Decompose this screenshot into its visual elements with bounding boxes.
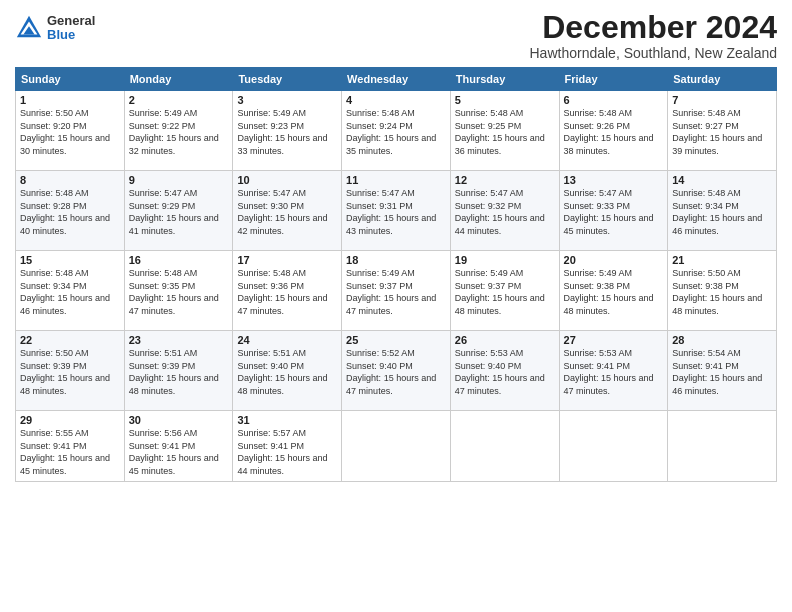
day-info: Sunrise: 5:51 AMSunset: 9:40 PMDaylight:…	[237, 347, 337, 397]
table-row: 2 Sunrise: 5:49 AMSunset: 9:22 PMDayligh…	[124, 91, 233, 171]
table-row	[668, 411, 777, 481]
day-number: 30	[129, 414, 229, 426]
day-info: Sunrise: 5:48 AMSunset: 9:35 PMDaylight:…	[129, 267, 229, 317]
table-row: 4 Sunrise: 5:48 AMSunset: 9:24 PMDayligh…	[342, 91, 451, 171]
table-row: 25 Sunrise: 5:52 AMSunset: 9:40 PMDaylig…	[342, 331, 451, 411]
day-info: Sunrise: 5:50 AMSunset: 9:38 PMDaylight:…	[672, 267, 772, 317]
day-number: 21	[672, 254, 772, 266]
day-info: Sunrise: 5:53 AMSunset: 9:40 PMDaylight:…	[455, 347, 555, 397]
day-info: Sunrise: 5:48 AMSunset: 9:27 PMDaylight:…	[672, 107, 772, 157]
day-number: 15	[20, 254, 120, 266]
day-info: Sunrise: 5:48 AMSunset: 9:26 PMDaylight:…	[564, 107, 664, 157]
day-info: Sunrise: 5:57 AMSunset: 9:41 PMDaylight:…	[237, 427, 337, 477]
table-row: 6 Sunrise: 5:48 AMSunset: 9:26 PMDayligh…	[559, 91, 668, 171]
day-info: Sunrise: 5:47 AMSunset: 9:29 PMDaylight:…	[129, 187, 229, 237]
day-number: 7	[672, 94, 772, 106]
table-row: 30 Sunrise: 5:56 AMSunset: 9:41 PMDaylig…	[124, 411, 233, 481]
table-row: 9 Sunrise: 5:47 AMSunset: 9:29 PMDayligh…	[124, 171, 233, 251]
day-number: 10	[237, 174, 337, 186]
table-row: 13 Sunrise: 5:47 AMSunset: 9:33 PMDaylig…	[559, 171, 668, 251]
day-info: Sunrise: 5:51 AMSunset: 9:39 PMDaylight:…	[129, 347, 229, 397]
col-wednesday: Wednesday	[342, 68, 451, 91]
table-row: 15 Sunrise: 5:48 AMSunset: 9:34 PMDaylig…	[16, 251, 125, 331]
day-number: 13	[564, 174, 664, 186]
day-number: 3	[237, 94, 337, 106]
day-number: 1	[20, 94, 120, 106]
table-row: 23 Sunrise: 5:51 AMSunset: 9:39 PMDaylig…	[124, 331, 233, 411]
table-row: 12 Sunrise: 5:47 AMSunset: 9:32 PMDaylig…	[450, 171, 559, 251]
day-number: 26	[455, 334, 555, 346]
day-number: 12	[455, 174, 555, 186]
logo-text: General Blue	[47, 14, 95, 43]
col-saturday: Saturday	[668, 68, 777, 91]
day-info: Sunrise: 5:47 AMSunset: 9:32 PMDaylight:…	[455, 187, 555, 237]
calendar-header-row: Sunday Monday Tuesday Wednesday Thursday…	[16, 68, 777, 91]
day-number: 8	[20, 174, 120, 186]
table-row: 18 Sunrise: 5:49 AMSunset: 9:37 PMDaylig…	[342, 251, 451, 331]
day-info: Sunrise: 5:55 AMSunset: 9:41 PMDaylight:…	[20, 427, 120, 477]
table-row: 17 Sunrise: 5:48 AMSunset: 9:36 PMDaylig…	[233, 251, 342, 331]
table-row: 24 Sunrise: 5:51 AMSunset: 9:40 PMDaylig…	[233, 331, 342, 411]
table-row: 20 Sunrise: 5:49 AMSunset: 9:38 PMDaylig…	[559, 251, 668, 331]
table-row	[559, 411, 668, 481]
day-info: Sunrise: 5:50 AMSunset: 9:39 PMDaylight:…	[20, 347, 120, 397]
day-number: 4	[346, 94, 446, 106]
table-row: 3 Sunrise: 5:49 AMSunset: 9:23 PMDayligh…	[233, 91, 342, 171]
day-info: Sunrise: 5:48 AMSunset: 9:28 PMDaylight:…	[20, 187, 120, 237]
day-number: 19	[455, 254, 555, 266]
table-row: 14 Sunrise: 5:48 AMSunset: 9:34 PMDaylig…	[668, 171, 777, 251]
day-info: Sunrise: 5:48 AMSunset: 9:36 PMDaylight:…	[237, 267, 337, 317]
logo: General Blue	[15, 14, 95, 43]
day-info: Sunrise: 5:48 AMSunset: 9:34 PMDaylight:…	[672, 187, 772, 237]
day-info: Sunrise: 5:47 AMSunset: 9:33 PMDaylight:…	[564, 187, 664, 237]
table-row: 8 Sunrise: 5:48 AMSunset: 9:28 PMDayligh…	[16, 171, 125, 251]
day-info: Sunrise: 5:49 AMSunset: 9:37 PMDaylight:…	[346, 267, 446, 317]
day-number: 20	[564, 254, 664, 266]
day-number: 24	[237, 334, 337, 346]
header: General Blue December 2024 Hawthorndale,…	[15, 10, 777, 61]
table-row: 1 Sunrise: 5:50 AMSunset: 9:20 PMDayligh…	[16, 91, 125, 171]
table-row: 28 Sunrise: 5:54 AMSunset: 9:41 PMDaylig…	[668, 331, 777, 411]
table-row: 19 Sunrise: 5:49 AMSunset: 9:37 PMDaylig…	[450, 251, 559, 331]
table-row: 22 Sunrise: 5:50 AMSunset: 9:39 PMDaylig…	[16, 331, 125, 411]
col-friday: Friday	[559, 68, 668, 91]
day-info: Sunrise: 5:49 AMSunset: 9:38 PMDaylight:…	[564, 267, 664, 317]
day-info: Sunrise: 5:49 AMSunset: 9:23 PMDaylight:…	[237, 107, 337, 157]
day-info: Sunrise: 5:49 AMSunset: 9:22 PMDaylight:…	[129, 107, 229, 157]
day-number: 25	[346, 334, 446, 346]
day-info: Sunrise: 5:50 AMSunset: 9:20 PMDaylight:…	[20, 107, 120, 157]
col-tuesday: Tuesday	[233, 68, 342, 91]
day-number: 2	[129, 94, 229, 106]
location: Hawthorndale, Southland, New Zealand	[530, 45, 778, 61]
day-number: 6	[564, 94, 664, 106]
table-row: 7 Sunrise: 5:48 AMSunset: 9:27 PMDayligh…	[668, 91, 777, 171]
day-info: Sunrise: 5:52 AMSunset: 9:40 PMDaylight:…	[346, 347, 446, 397]
table-row: 26 Sunrise: 5:53 AMSunset: 9:40 PMDaylig…	[450, 331, 559, 411]
day-info: Sunrise: 5:53 AMSunset: 9:41 PMDaylight:…	[564, 347, 664, 397]
day-info: Sunrise: 5:47 AMSunset: 9:31 PMDaylight:…	[346, 187, 446, 237]
logo-blue-text: Blue	[47, 28, 95, 42]
day-info: Sunrise: 5:47 AMSunset: 9:30 PMDaylight:…	[237, 187, 337, 237]
day-number: 31	[237, 414, 337, 426]
day-info: Sunrise: 5:48 AMSunset: 9:34 PMDaylight:…	[20, 267, 120, 317]
day-number: 16	[129, 254, 229, 266]
day-info: Sunrise: 5:48 AMSunset: 9:25 PMDaylight:…	[455, 107, 555, 157]
day-number: 29	[20, 414, 120, 426]
day-number: 11	[346, 174, 446, 186]
month-title: December 2024	[530, 10, 778, 45]
logo-general-text: General	[47, 14, 95, 28]
day-number: 5	[455, 94, 555, 106]
table-row	[342, 411, 451, 481]
day-info: Sunrise: 5:54 AMSunset: 9:41 PMDaylight:…	[672, 347, 772, 397]
day-info: Sunrise: 5:48 AMSunset: 9:24 PMDaylight:…	[346, 107, 446, 157]
page: General Blue December 2024 Hawthorndale,…	[0, 0, 792, 612]
day-number: 27	[564, 334, 664, 346]
logo-icon	[15, 14, 43, 42]
day-number: 23	[129, 334, 229, 346]
col-sunday: Sunday	[16, 68, 125, 91]
table-row: 21 Sunrise: 5:50 AMSunset: 9:38 PMDaylig…	[668, 251, 777, 331]
table-row: 16 Sunrise: 5:48 AMSunset: 9:35 PMDaylig…	[124, 251, 233, 331]
table-row: 31 Sunrise: 5:57 AMSunset: 9:41 PMDaylig…	[233, 411, 342, 481]
day-number: 18	[346, 254, 446, 266]
table-row: 11 Sunrise: 5:47 AMSunset: 9:31 PMDaylig…	[342, 171, 451, 251]
